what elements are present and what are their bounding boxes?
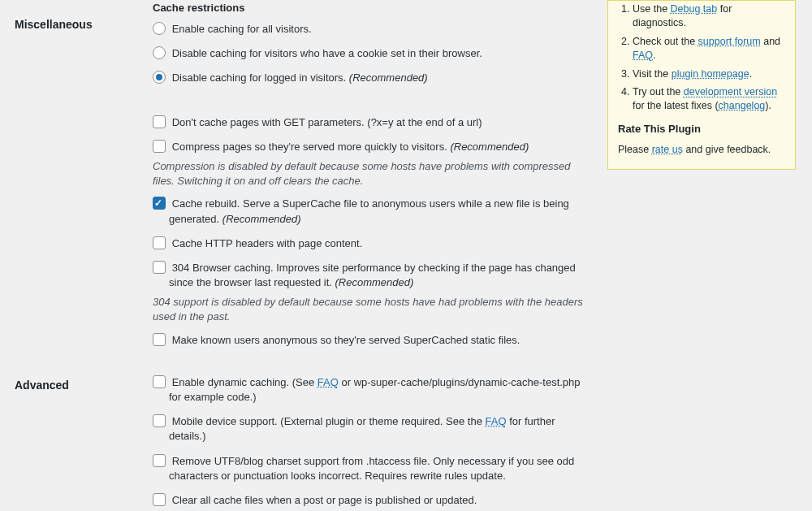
radio-disable-loggedin[interactable]: [153, 71, 166, 84]
compress-note: Compression is disabled by default becau…: [153, 159, 585, 188]
section-label-advanced: Advanced: [0, 375, 153, 511]
chk-rebuild-label[interactable]: Cache rebuild. Serve a SuperCache file t…: [153, 197, 585, 226]
radio-disable-cookie[interactable]: [153, 46, 166, 59]
chk-get-params-label[interactable]: Don't cache pages with GET parameters. (…: [153, 115, 585, 130]
chk-compress[interactable]: [153, 140, 166, 153]
mobile-faq-link[interactable]: FAQ: [486, 415, 507, 427]
chk-clear-publish-text: Clear all cache files when a post or pag…: [172, 494, 477, 506]
help-dev-pre: Try out the: [633, 86, 684, 97]
help-dev-post: ).: [765, 100, 771, 111]
help-item-dev: Try out the development version for the …: [633, 85, 785, 113]
chk-rebuild-rec: (Recommended): [222, 213, 301, 225]
chk-304[interactable]: [153, 261, 166, 274]
chk-dynamic-label[interactable]: Enable dynamic caching. (See FAQ or wp-s…: [153, 375, 585, 405]
help-support-pre: Check out the: [633, 36, 698, 47]
radio-disable-cookie-label[interactable]: Disable caching for visitors who have a …: [153, 46, 585, 61]
chk-304-label[interactable]: 304 Browser caching. Improves site perfo…: [153, 261, 585, 290]
chk-anon-text: Make known users anonymous so they're se…: [172, 334, 520, 346]
chk-utf8-label[interactable]: Remove UTF8/blog charset support from .h…: [153, 454, 585, 483]
chk-anon-label[interactable]: Make known users anonymous so they're se…: [153, 333, 585, 348]
support-forum-link[interactable]: support forum: [698, 36, 761, 47]
chk-dynamic-pre: Enable dynamic caching. (See: [172, 376, 317, 388]
help-support-post: .: [653, 50, 655, 61]
chk-compress-rec: (Recommended): [450, 141, 529, 153]
radio-disable-loggedin-rec: (Recommended): [349, 71, 428, 84]
help-sidebar: Use the Debug tab for diagnostics. Check…: [607, 0, 796, 170]
help-dev-mid: for the latest fixes (: [633, 100, 719, 111]
debug-tab-link[interactable]: Debug tab: [671, 3, 718, 15]
chk-compress-label[interactable]: Compress pages so they're served more qu…: [153, 140, 585, 154]
help-item-support: Check out the support forum and FAQ.: [633, 35, 785, 63]
dynamic-faq-link[interactable]: FAQ: [317, 376, 339, 388]
help-homepage-pre: Visit the: [633, 68, 672, 80]
chk-anon[interactable]: [153, 333, 166, 346]
section-label-misc: Miscellaneous: [0, 0, 153, 357]
radio-enable-all[interactable]: [153, 22, 166, 35]
rate-pre: Please: [618, 144, 652, 155]
chk-clear-publish[interactable]: [153, 493, 166, 506]
radio-disable-cookie-text: Disable caching for visitors who have a …: [172, 47, 482, 59]
chk-get-params-text: Don't cache pages with GET parameters. (…: [172, 116, 482, 128]
chk-dynamic[interactable]: [153, 375, 166, 388]
changelog-link[interactable]: changelog: [719, 100, 766, 111]
radio-enable-all-text: Enable caching for all visitors.: [172, 23, 312, 35]
help-item-homepage: Visit the plugin homepage.: [633, 67, 785, 81]
chk-compress-text: Compress pages so they're served more qu…: [172, 141, 447, 153]
rate-heading: Rate This Plugin: [618, 123, 785, 135]
radio-disable-loggedin-text: Disable caching for logged in visitors.: [172, 71, 347, 84]
cache-restrictions-legend: Cache restrictions: [153, 0, 585, 14]
chk-http-headers[interactable]: [153, 236, 166, 249]
help-item-debug: Use the Debug tab for diagnostics.: [633, 2, 785, 30]
chk-http-headers-label[interactable]: Cache HTTP headers with page content.: [153, 236, 585, 251]
chk-mobile-label[interactable]: Mobile device support. (External plugin …: [153, 414, 585, 444]
chk-rebuild[interactable]: [153, 197, 166, 210]
browser-cache-note: 304 support is disabled by default becau…: [153, 295, 585, 324]
plugin-homepage-link[interactable]: plugin homepage: [672, 68, 749, 80]
rate-us-link[interactable]: rate us: [652, 144, 683, 155]
radio-enable-all-label[interactable]: Enable caching for all visitors.: [153, 22, 585, 37]
rate-text: Please rate us and give feedback.: [618, 143, 785, 158]
chk-utf8-text: Remove UTF8/blog charset support from .h…: [169, 455, 574, 482]
chk-mobile[interactable]: [153, 414, 166, 427]
help-support-mid: and: [761, 36, 780, 47]
chk-304-rec: (Recommended): [335, 276, 414, 288]
chk-http-headers-text: Cache HTTP headers with page content.: [172, 237, 363, 249]
chk-utf8[interactable]: [153, 454, 166, 467]
help-list: Use the Debug tab for diagnostics. Check…: [618, 2, 785, 113]
faq-link[interactable]: FAQ: [633, 50, 653, 61]
chk-get-params[interactable]: [153, 115, 166, 128]
development-version-link[interactable]: development version: [684, 86, 777, 97]
radio-disable-loggedin-label[interactable]: Disable caching for logged in visitors. …: [153, 71, 585, 85]
help-debug-pre: Use the: [633, 3, 671, 15]
help-homepage-post: .: [749, 68, 752, 80]
chk-mobile-pre: Mobile device support. (External plugin …: [172, 415, 486, 427]
rate-post: and give feedback.: [683, 144, 771, 155]
chk-clear-publish-label[interactable]: Clear all cache files when a post or pag…: [153, 493, 585, 508]
